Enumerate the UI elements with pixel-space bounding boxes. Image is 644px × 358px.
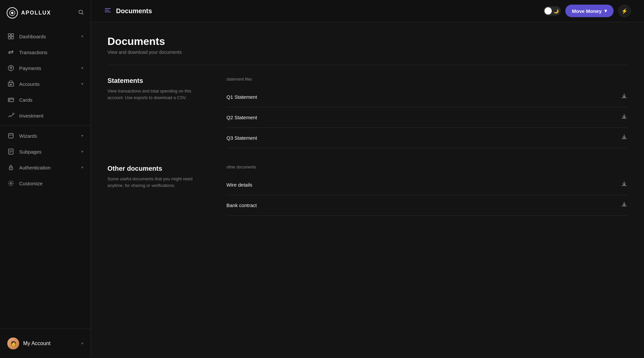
theme-toggle[interactable]: 🌙 (543, 6, 561, 16)
svg-rect-5 (11, 34, 14, 36)
toggle-knob (544, 7, 552, 15)
svg-point-15 (13, 113, 14, 114)
sidebar-item-investment[interactable]: Investment (0, 108, 91, 124)
sidebar-item-dashboards[interactable]: Dashboards ▾ (0, 28, 91, 44)
notification-button[interactable]: ⚡ (618, 5, 631, 17)
file-name: Wire details (226, 182, 252, 188)
file-name: Q3 Statement (226, 135, 257, 141)
svg-point-24 (10, 183, 12, 184)
search-icon[interactable] (78, 9, 84, 17)
wizards-icon (7, 132, 15, 139)
chevron-down-icon: ▾ (81, 341, 83, 346)
file-row: Q1 Statement (226, 87, 627, 107)
move-money-chevron: ▾ (604, 8, 607, 14)
topbar-right: 🌙 Move Money ▾ ⚡ (543, 5, 631, 17)
download-icon[interactable] (621, 201, 627, 209)
statements-files: Statement files Q1 Statement Q2 Statemen… (226, 77, 627, 148)
page-heading: Documents (107, 35, 627, 48)
sidebar-item-label: Authentication (19, 165, 51, 170)
customize-icon (7, 180, 15, 187)
sidebar-item-label: Payments (19, 65, 41, 71)
chevron-down-icon: ▾ (81, 34, 83, 39)
sidebar-item-label: Cards (19, 97, 32, 103)
sidebar-item-subpages[interactable]: Subpages ▾ (0, 144, 91, 160)
investment-icon (7, 112, 15, 119)
section-divider (107, 65, 627, 65)
svg-rect-6 (8, 37, 11, 39)
svg-line-3 (82, 13, 84, 15)
sidebar-item-accounts[interactable]: Accounts ▾ (0, 76, 91, 92)
menu-icon[interactable] (104, 7, 111, 16)
download-icon[interactable] (621, 113, 627, 122)
cards-icon (7, 96, 15, 103)
other-docs-info: Other documents Some useful documents th… (107, 165, 200, 216)
payments-icon (7, 64, 15, 72)
sidebar-item-customize[interactable]: Customize (0, 175, 91, 191)
file-name: Q2 Statement (226, 115, 257, 120)
statements-section: Statements View transactions and total s… (107, 77, 627, 148)
transactions-icon (7, 49, 15, 56)
sidebar-bottom: 🧑 My Account ▾ (0, 329, 91, 358)
move-money-button[interactable]: Move Money ▾ (565, 5, 614, 17)
topbar: Documents 🌙 Move Money ▾ ⚡ (91, 0, 644, 22)
sidebar-item-authentication[interactable]: Authentication ▾ (0, 160, 91, 175)
accounts-icon (7, 80, 15, 88)
download-icon[interactable] (621, 134, 627, 142)
svg-point-2 (79, 10, 83, 14)
logo-area: APOLLUX (0, 0, 91, 26)
sidebar-item-label: Investment (19, 113, 43, 119)
statements-files-label: Statement files (226, 77, 627, 82)
statements-info: Statements View transactions and total s… (107, 77, 200, 148)
my-account-label: My Account (23, 340, 51, 346)
svg-rect-14 (9, 100, 10, 101)
other-docs-files-label: Other documents (226, 165, 627, 169)
sidebar-item-label: Customize (19, 181, 43, 186)
file-row: Wire details (226, 175, 627, 195)
other-documents-section: Other documents Some useful documents th… (107, 165, 627, 216)
download-icon[interactable] (621, 181, 627, 189)
page-header: Documents View and download your documen… (107, 35, 627, 55)
chevron-down-icon: ▾ (81, 66, 83, 70)
sidebar-item-wizards[interactable]: Wizards ▾ (0, 128, 91, 144)
sidebar-item-label: Subpages (19, 149, 42, 155)
main-content: Documents 🌙 Move Money ▾ ⚡ Documents Vie… (91, 0, 644, 358)
sidebar-item-label: Wizards (19, 133, 37, 139)
svg-point-23 (11, 168, 11, 169)
sidebar-nav: Dashboards ▾ Transactions Payme (0, 26, 91, 329)
notification-icon: ⚡ (621, 8, 628, 14)
sidebar-item-payments[interactable]: Payments ▾ (0, 60, 91, 76)
other-docs-title: Other documents (107, 165, 200, 172)
logo-text: APOLLUX (21, 10, 51, 16)
other-docs-files: Other documents Wire details Bank contra… (226, 165, 627, 216)
move-money-label: Move Money (572, 8, 602, 14)
file-name: Q1 Statement (226, 94, 257, 100)
sidebar-item-cards[interactable]: Cards (0, 92, 91, 108)
sidebar-item-transactions[interactable]: Transactions (0, 44, 91, 60)
subpages-icon (7, 148, 15, 155)
sidebar-item-label: Accounts (19, 81, 40, 87)
moon-icon: 🌙 (553, 9, 559, 14)
statements-desc: View transactions and total spending on … (107, 88, 200, 101)
chevron-down-icon: ▾ (81, 149, 83, 154)
file-name: Bank contract (226, 202, 257, 208)
svg-rect-7 (11, 37, 14, 39)
page-content: Documents View and download your documen… (91, 22, 644, 358)
file-row: Bank contract (226, 195, 627, 216)
page-title: Documents (116, 7, 152, 15)
sidebar-item-label: Transactions (19, 50, 47, 55)
other-docs-desc: Some useful documents that you might nee… (107, 176, 200, 189)
statements-title: Statements (107, 77, 200, 85)
page-subtitle: View and download your documents (107, 50, 627, 55)
logo-icon (7, 7, 18, 18)
svg-rect-16 (9, 133, 13, 138)
download-icon[interactable] (621, 93, 627, 101)
dashboards-icon (7, 33, 15, 40)
svg-rect-4 (8, 34, 11, 36)
sidebar: APOLLUX Dashboards ▾ (0, 0, 91, 358)
nav-divider (0, 125, 91, 126)
sidebar-item-label: Dashboards (19, 34, 46, 39)
svg-rect-12 (8, 98, 14, 102)
chevron-down-icon: ▾ (81, 165, 83, 170)
authentication-icon (7, 164, 15, 171)
my-account-item[interactable]: 🧑 My Account ▾ (0, 334, 91, 353)
